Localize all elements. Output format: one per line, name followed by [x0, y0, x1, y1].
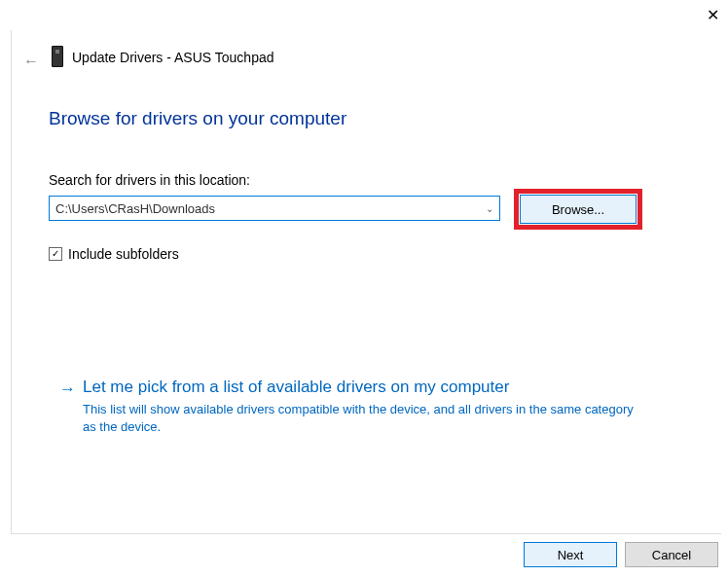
chevron-down-icon[interactable]: ⌄: [486, 203, 493, 214]
close-icon[interactable]: ✕: [703, 6, 722, 25]
search-location-label: Search for drivers in this location:: [49, 172, 250, 188]
back-arrow-icon[interactable]: ←: [23, 53, 39, 70]
pick-from-list-title: Let me pick from a list of available dri…: [83, 378, 637, 397]
window-title: Update Drivers - ASUS Touchpad: [72, 50, 274, 65]
pick-from-list-description: This list will show available drivers co…: [83, 401, 637, 435]
include-subfolders-label: Include subfolders: [68, 246, 179, 262]
arrow-right-icon: →: [59, 379, 76, 399]
page-title: Browse for drivers on your computer: [49, 108, 346, 129]
browse-button[interactable]: Browse...: [520, 195, 637, 224]
next-button[interactable]: Next: [524, 542, 617, 567]
pick-from-list-option[interactable]: Let me pick from a list of available dri…: [83, 378, 637, 435]
include-subfolders-row: ✓ Include subfolders: [49, 246, 179, 262]
device-icon: [52, 46, 63, 67]
footer-button-bar: Next Cancel: [524, 542, 718, 567]
driver-path-value: C:\Users\CRasH\Downloads: [55, 201, 215, 216]
include-subfolders-checkbox[interactable]: ✓: [49, 247, 62, 261]
driver-path-combobox[interactable]: C:\Users\CRasH\Downloads ⌄: [49, 196, 500, 221]
content-frame: [11, 30, 721, 534]
cancel-button[interactable]: Cancel: [625, 542, 718, 567]
